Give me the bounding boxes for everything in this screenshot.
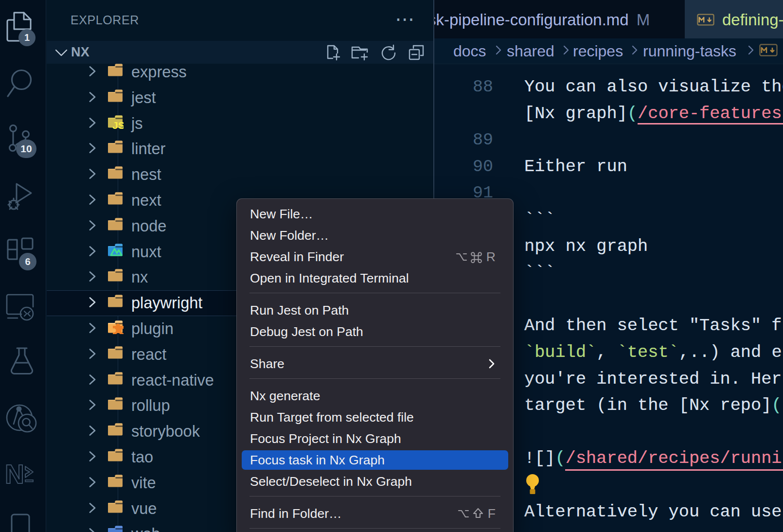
- svg-text:JS: JS: [112, 120, 124, 129]
- svg-text:N: N: [5, 459, 24, 485]
